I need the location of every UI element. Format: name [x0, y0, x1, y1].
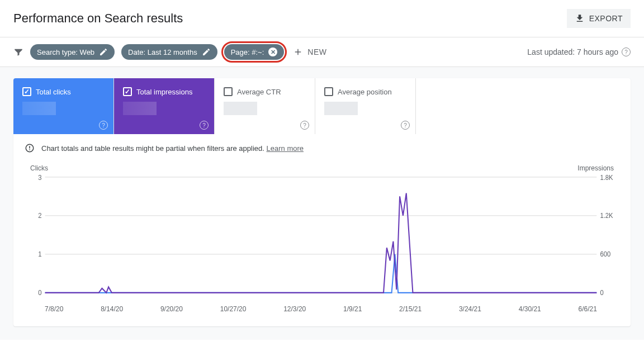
learn-more-link[interactable]: Learn more — [267, 144, 304, 153]
chip-page[interactable]: Page: #:~: ✕ — [224, 44, 285, 60]
chart-card: Total clicks ? Total impressions ? Avera… — [13, 78, 631, 326]
metric-position-label: Average position — [338, 88, 392, 96]
metric-clicks-value — [22, 102, 56, 115]
metric-ctr-value — [224, 102, 257, 115]
info-text: Chart totals and table results might be … — [41, 144, 264, 153]
help-icon[interactable]: ? — [622, 48, 631, 56]
help-icon[interactable]: ? — [401, 121, 410, 130]
metric-ctr-label: Average CTR — [237, 88, 281, 96]
help-icon[interactable]: ? — [300, 121, 309, 130]
svg-text:0: 0 — [38, 289, 42, 297]
export-button[interactable]: EXPORT — [567, 9, 631, 28]
svg-text:2: 2 — [38, 212, 42, 220]
chip-search-type-label: Search type: Web — [37, 48, 94, 56]
new-filter-button[interactable]: NEW — [293, 47, 326, 57]
tab-total-clicks[interactable]: Total clicks ? — [13, 78, 114, 134]
tab-average-position[interactable]: Average position ? — [315, 78, 416, 134]
svg-text:3: 3 — [38, 173, 42, 182]
metric-impressions-value — [123, 102, 157, 115]
help-icon[interactable]: ? — [99, 121, 108, 130]
checkbox-ctr[interactable] — [224, 87, 233, 96]
new-filter-label: NEW — [307, 48, 326, 56]
metric-position-value — [324, 102, 358, 115]
svg-text:1: 1 — [38, 250, 42, 259]
svg-text:1.8K: 1.8K — [600, 173, 613, 182]
info-bar: Chart totals and table results might be … — [13, 134, 631, 162]
metrics-row: Total clicks ? Total impressions ? Avera… — [13, 78, 631, 134]
page-header: Performance on Search results EXPORT — [0, 0, 644, 37]
chip-page-label: Page: #:~: — [231, 48, 264, 56]
checkbox-impressions[interactable] — [123, 87, 132, 96]
x-axis-ticks: 7/8/208/14/209/20/2010/27/2012/3/201/9/2… — [30, 302, 614, 313]
svg-text:0: 0 — [600, 289, 604, 297]
line-chart: 00160021.2K31.8K — [30, 173, 614, 302]
last-updated: Last updated: 7 hours ago ? — [527, 48, 631, 56]
plus-icon — [293, 47, 303, 57]
svg-text:1.2K: 1.2K — [600, 212, 613, 220]
svg-text:600: 600 — [600, 250, 610, 259]
help-icon[interactable]: ? — [200, 121, 209, 130]
filter-bar: Search type: Web Date: Last 12 months Pa… — [0, 37, 644, 66]
pencil-icon — [99, 48, 108, 56]
tab-average-ctr[interactable]: Average CTR ? — [215, 78, 315, 134]
last-updated-text: Last updated: 7 hours ago — [527, 48, 618, 56]
checkbox-clicks[interactable] — [22, 87, 31, 96]
close-icon[interactable]: ✕ — [268, 48, 277, 56]
content-area: Total clicks ? Total impressions ? Avera… — [0, 66, 644, 340]
info-icon — [25, 143, 35, 153]
chip-date[interactable]: Date: Last 12 months — [121, 44, 217, 60]
metric-clicks-label: Total clicks — [36, 88, 71, 96]
page-title: Performance on Search results — [13, 11, 183, 26]
chip-search-type[interactable]: Search type: Web — [30, 44, 115, 60]
filter-icon[interactable] — [13, 47, 23, 57]
checkbox-position[interactable] — [324, 87, 333, 96]
chart-area: Clicks Impressions 00160021.2K31.8K 7/8/… — [13, 162, 631, 326]
export-label: EXPORT — [589, 14, 623, 23]
download-icon — [575, 13, 585, 23]
pencil-icon — [202, 48, 211, 56]
metric-impressions-label: Total impressions — [136, 88, 192, 96]
left-axis-title: Clicks — [30, 164, 48, 172]
right-axis-title: Impressions — [577, 164, 614, 172]
tab-total-impressions[interactable]: Total impressions ? — [114, 78, 215, 134]
chip-date-label: Date: Last 12 months — [128, 48, 197, 56]
